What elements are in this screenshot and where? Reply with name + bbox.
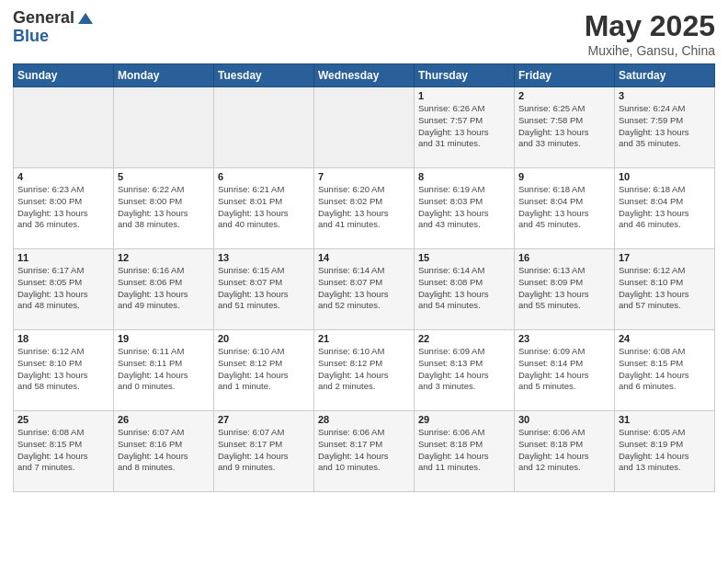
day-info: Sunrise: 6:07 AM Sunset: 8:17 PM Dayligh… [218, 427, 310, 474]
location: Muxihe, Gansu, China [585, 43, 715, 58]
day-number: 12 [118, 252, 210, 263]
col-header-wednesday: Wednesday [314, 64, 415, 87]
day-info: Sunrise: 6:18 AM Sunset: 8:04 PM Dayligh… [619, 184, 711, 231]
day-cell: 2Sunrise: 6:25 AM Sunset: 7:58 PM Daylig… [515, 87, 615, 168]
day-cell: 5Sunrise: 6:22 AM Sunset: 8:00 PM Daylig… [114, 168, 214, 249]
day-cell: 26Sunrise: 6:07 AM Sunset: 8:16 PM Dayli… [114, 411, 214, 492]
day-number: 31 [619, 414, 711, 425]
logo-blue: Blue [13, 28, 95, 46]
day-number: 25 [17, 414, 109, 425]
day-cell: 18Sunrise: 6:12 AM Sunset: 8:10 PM Dayli… [14, 330, 114, 411]
day-info: Sunrise: 6:19 AM Sunset: 8:03 PM Dayligh… [418, 184, 510, 231]
day-number: 10 [619, 171, 711, 182]
col-header-friday: Friday [515, 64, 615, 87]
day-number: 26 [118, 414, 210, 425]
day-info: Sunrise: 6:22 AM Sunset: 8:00 PM Dayligh… [118, 184, 210, 231]
day-number: 14 [318, 252, 410, 263]
day-number: 16 [518, 252, 610, 263]
logo-icon [76, 9, 95, 28]
day-info: Sunrise: 6:23 AM Sunset: 8:00 PM Dayligh… [17, 184, 109, 231]
day-cell: 15Sunrise: 6:14 AM Sunset: 8:08 PM Dayli… [415, 249, 515, 330]
day-number: 9 [518, 171, 610, 182]
day-info: Sunrise: 6:25 AM Sunset: 7:58 PM Dayligh… [518, 103, 610, 150]
col-header-saturday: Saturday [615, 64, 715, 87]
day-number: 8 [418, 171, 510, 182]
day-number: 28 [318, 414, 410, 425]
week-row-5: 25Sunrise: 6:08 AM Sunset: 8:15 PM Dayli… [14, 411, 715, 492]
week-row-4: 18Sunrise: 6:12 AM Sunset: 8:10 PM Dayli… [14, 330, 715, 411]
week-row-3: 11Sunrise: 6:17 AM Sunset: 8:05 PM Dayli… [14, 249, 715, 330]
day-info: Sunrise: 6:10 AM Sunset: 8:12 PM Dayligh… [218, 346, 310, 393]
day-info: Sunrise: 6:21 AM Sunset: 8:01 PM Dayligh… [218, 184, 310, 231]
day-info: Sunrise: 6:15 AM Sunset: 8:07 PM Dayligh… [218, 265, 310, 312]
day-number: 17 [619, 252, 711, 263]
day-number: 11 [17, 252, 109, 263]
day-info: Sunrise: 6:06 AM Sunset: 8:18 PM Dayligh… [518, 427, 610, 474]
day-info: Sunrise: 6:09 AM Sunset: 8:13 PM Dayligh… [418, 346, 510, 393]
calendar: SundayMondayTuesdayWednesdayThursdayFrid… [13, 63, 715, 492]
day-number: 15 [418, 252, 510, 263]
day-number: 27 [218, 414, 310, 425]
day-number: 19 [118, 333, 210, 344]
day-cell: 6Sunrise: 6:21 AM Sunset: 8:01 PM Daylig… [214, 168, 314, 249]
day-cell: 19Sunrise: 6:11 AM Sunset: 8:11 PM Dayli… [114, 330, 214, 411]
col-header-tuesday: Tuesday [214, 64, 314, 87]
day-number: 4 [17, 171, 109, 182]
day-number: 21 [318, 333, 410, 344]
day-number: 30 [518, 414, 610, 425]
day-cell: 30Sunrise: 6:06 AM Sunset: 8:18 PM Dayli… [515, 411, 615, 492]
day-cell: 17Sunrise: 6:12 AM Sunset: 8:10 PM Dayli… [615, 249, 715, 330]
day-number: 23 [518, 333, 610, 344]
page: General Blue May 2025 Muxihe, Gansu, Chi… [0, 0, 728, 563]
day-info: Sunrise: 6:12 AM Sunset: 8:10 PM Dayligh… [17, 346, 109, 393]
day-cell: 28Sunrise: 6:06 AM Sunset: 8:17 PM Dayli… [314, 411, 415, 492]
day-cell [314, 87, 415, 168]
week-row-1: 1Sunrise: 6:26 AM Sunset: 7:57 PM Daylig… [14, 87, 715, 168]
logo-text: General Blue [13, 9, 95, 46]
day-info: Sunrise: 6:26 AM Sunset: 7:57 PM Dayligh… [418, 103, 510, 150]
day-cell: 16Sunrise: 6:13 AM Sunset: 8:09 PM Dayli… [515, 249, 615, 330]
day-number: 5 [118, 171, 210, 182]
day-cell: 9Sunrise: 6:18 AM Sunset: 8:04 PM Daylig… [515, 168, 615, 249]
day-number: 13 [218, 252, 310, 263]
day-cell: 27Sunrise: 6:07 AM Sunset: 8:17 PM Dayli… [214, 411, 314, 492]
day-cell: 7Sunrise: 6:20 AM Sunset: 8:02 PM Daylig… [314, 168, 415, 249]
day-cell: 22Sunrise: 6:09 AM Sunset: 8:13 PM Dayli… [415, 330, 515, 411]
day-number: 6 [218, 171, 310, 182]
day-cell: 25Sunrise: 6:08 AM Sunset: 8:15 PM Dayli… [14, 411, 114, 492]
day-info: Sunrise: 6:12 AM Sunset: 8:10 PM Dayligh… [619, 265, 711, 312]
col-header-thursday: Thursday [415, 64, 515, 87]
day-info: Sunrise: 6:13 AM Sunset: 8:09 PM Dayligh… [518, 265, 610, 312]
day-number: 2 [518, 90, 610, 101]
day-info: Sunrise: 6:24 AM Sunset: 7:59 PM Dayligh… [619, 103, 711, 150]
day-cell [214, 87, 314, 168]
day-info: Sunrise: 6:17 AM Sunset: 8:05 PM Dayligh… [17, 265, 109, 312]
svg-marker-0 [78, 13, 93, 24]
header: General Blue May 2025 Muxihe, Gansu, Chi… [13, 9, 715, 58]
day-number: 3 [619, 90, 711, 101]
day-cell: 31Sunrise: 6:05 AM Sunset: 8:19 PM Dayli… [615, 411, 715, 492]
day-cell: 1Sunrise: 6:26 AM Sunset: 7:57 PM Daylig… [415, 87, 515, 168]
day-cell: 24Sunrise: 6:08 AM Sunset: 8:15 PM Dayli… [615, 330, 715, 411]
day-info: Sunrise: 6:06 AM Sunset: 8:18 PM Dayligh… [418, 427, 510, 474]
day-number: 18 [17, 333, 109, 344]
day-cell: 14Sunrise: 6:14 AM Sunset: 8:07 PM Dayli… [314, 249, 415, 330]
logo: General Blue [13, 9, 95, 46]
day-info: Sunrise: 6:14 AM Sunset: 8:08 PM Dayligh… [418, 265, 510, 312]
day-info: Sunrise: 6:06 AM Sunset: 8:17 PM Dayligh… [318, 427, 410, 474]
week-row-2: 4Sunrise: 6:23 AM Sunset: 8:00 PM Daylig… [14, 168, 715, 249]
day-cell: 29Sunrise: 6:06 AM Sunset: 8:18 PM Dayli… [415, 411, 515, 492]
day-info: Sunrise: 6:07 AM Sunset: 8:16 PM Dayligh… [118, 427, 210, 474]
col-header-sunday: Sunday [14, 64, 114, 87]
title-section: May 2025 Muxihe, Gansu, China [585, 9, 715, 58]
day-info: Sunrise: 6:11 AM Sunset: 8:11 PM Dayligh… [118, 346, 210, 393]
day-info: Sunrise: 6:14 AM Sunset: 8:07 PM Dayligh… [318, 265, 410, 312]
day-number: 7 [318, 171, 410, 182]
day-info: Sunrise: 6:08 AM Sunset: 8:15 PM Dayligh… [619, 346, 711, 393]
day-number: 20 [218, 333, 310, 344]
day-info: Sunrise: 6:18 AM Sunset: 8:04 PM Dayligh… [518, 184, 610, 231]
day-cell: 12Sunrise: 6:16 AM Sunset: 8:06 PM Dayli… [114, 249, 214, 330]
day-cell: 3Sunrise: 6:24 AM Sunset: 7:59 PM Daylig… [615, 87, 715, 168]
day-cell: 4Sunrise: 6:23 AM Sunset: 8:00 PM Daylig… [14, 168, 114, 249]
day-info: Sunrise: 6:16 AM Sunset: 8:06 PM Dayligh… [118, 265, 210, 312]
